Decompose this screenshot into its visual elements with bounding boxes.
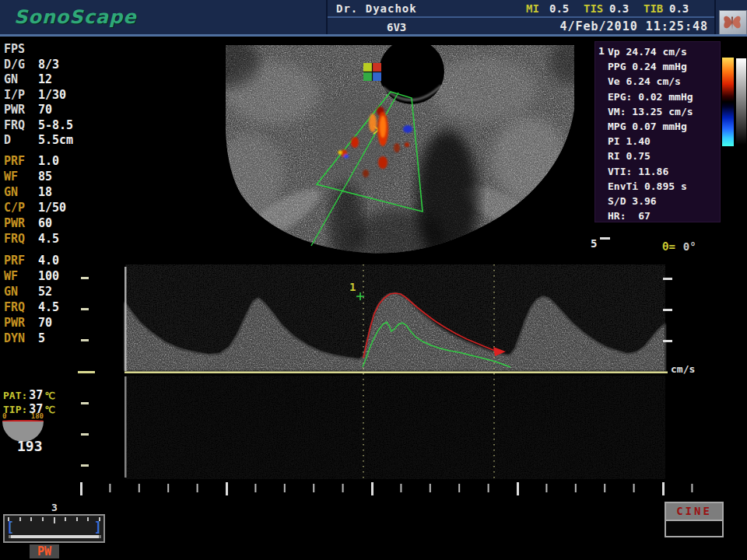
measurement-results-panel: 1 Vp 24.74 cm/sPPG 0.24 mmHgVe 6.24 cm/s… <box>594 41 721 222</box>
color-flow-signal <box>338 107 413 177</box>
param-label: PRF <box>4 153 38 169</box>
cine-scroll-thumb[interactable] <box>9 535 101 538</box>
cine-ruler <box>8 517 100 523</box>
cine-scroll-value: 3 <box>45 502 64 513</box>
pat-unit: ℃ <box>44 390 54 401</box>
param-label: DYN <box>4 331 38 346</box>
param-value: 85 <box>38 170 52 184</box>
titlebar-row-divider <box>328 16 714 18</box>
measurement-row: RI 0.75 <box>608 149 718 163</box>
param-label: PWR <box>4 103 38 118</box>
param-row-color-pwr: PWR60 <box>4 215 121 231</box>
param-row-bmode-ip: I/P1/30 <box>4 88 121 103</box>
measurement-row: Ve 6.24 cm/s <box>608 74 718 89</box>
depth-tick <box>600 237 610 240</box>
cine-button[interactable]: CINE <box>665 502 724 537</box>
angle-180-label: 180 <box>31 412 44 420</box>
doppler-baseline <box>124 372 668 374</box>
active-mode-badge[interactable]: PW <box>30 544 59 558</box>
angle-0-label: 0 <box>2 412 6 420</box>
param-value: 5 <box>38 331 45 345</box>
measurement-row: S/D 3.96 <box>608 194 718 208</box>
grayscale-bar <box>736 58 746 145</box>
measurement-row: VM: 13.25 cm/s <box>608 104 718 119</box>
param-row-pw-dyn: DYN5 <box>4 331 121 346</box>
time-scale-ticks <box>80 482 693 495</box>
bmode-fan-image <box>205 37 590 267</box>
param-label: FRQ <box>4 231 38 247</box>
measurement-marker-label: 1 <box>349 281 356 293</box>
color-box <box>311 92 423 246</box>
brand-logo: SonoScape <box>14 6 310 28</box>
cine-button-display <box>666 521 722 536</box>
cine-scrollbar[interactable]: [ ] <box>3 514 105 543</box>
probe-notch <box>379 39 444 104</box>
measurement-rows: Vp 24.74 cm/sPPG 0.24 mmHgVe 6.24 cm/sEP… <box>608 44 718 223</box>
measurement-row: VTI: 11.86 <box>608 164 718 179</box>
param-row-bmode-fps: FPS <box>4 42 121 58</box>
spectral-display <box>124 264 668 481</box>
ultrasound-screen: SonoScape Dr. Dyachok 6V3 MI 0.5 TIS 0.3… <box>0 0 747 560</box>
param-row-color-gn: GN18 <box>4 184 121 200</box>
param-value: 4.5 <box>38 232 59 246</box>
param-value: 1/50 <box>38 201 66 215</box>
param-row-pw-gn: GN52 <box>4 284 121 299</box>
tis-value: 0.3 <box>609 2 629 15</box>
param-label: C/P <box>4 200 38 215</box>
param-value: 60 <box>38 216 52 230</box>
param-label: D <box>4 133 38 149</box>
param-label: WF <box>4 268 38 284</box>
trace-end-arrow <box>493 347 506 356</box>
mi-label: MI <box>526 2 539 15</box>
param-row-pw-wf: WF100 <box>4 268 121 284</box>
param-label: PWR <box>4 215 38 231</box>
measurement-row: EPG: 0.02 mmHg <box>608 89 718 104</box>
param-row-pw-pwr: PWR70 <box>4 315 121 331</box>
sample-gate-mark2 <box>374 126 384 134</box>
depth-marker: 5 <box>591 237 610 250</box>
param-row-bmode-pwr: PWR70 <box>4 103 121 118</box>
param-label: D/G <box>4 58 38 73</box>
cine-bracket-left: [ <box>6 519 14 536</box>
param-value: 100 <box>38 269 59 283</box>
param-value: 4.0 <box>38 254 59 268</box>
measurement-index: 1 <box>598 45 605 57</box>
measurement-row: MPG 0.07 mmHg <box>608 119 718 134</box>
measure-marker-cross <box>356 292 364 300</box>
param-row-bmode-frq: FRQ5-8.5 <box>4 118 121 134</box>
angle-correction-readout: θ=0° <box>662 240 696 253</box>
titlebar-right-divider <box>714 0 716 34</box>
sweep-line <box>124 267 127 371</box>
pat-value: 37 <box>27 388 44 402</box>
cine-button-label[interactable]: CINE <box>666 503 722 521</box>
measurement-row: PPG 0.24 mmHg <box>608 59 718 74</box>
param-row-color-prf: PRF1.0 <box>4 153 121 169</box>
param-value: 4.5 <box>38 300 59 314</box>
param-label: PRF <box>4 253 38 268</box>
velocity-unit-label: cm/s <box>671 363 695 375</box>
datetime: 4/Feb/2010 11:25:48 <box>504 19 708 33</box>
param-label: GN <box>4 72 38 88</box>
param-row-color-frq: FRQ4.5 <box>4 231 121 247</box>
param-label: PWR <box>4 315 38 331</box>
param-value: 8/3 <box>38 58 59 72</box>
param-label: FRQ <box>4 118 38 134</box>
pw-doppler-parameters: PRF4.0WF100GN52FRQ4.5PWR70DYN5 <box>4 253 121 346</box>
param-row-color-wf: WF85 <box>4 169 121 184</box>
physician-name: Dr. Dyachok <box>336 2 417 15</box>
mi-value: 0.5 <box>549 2 569 15</box>
measurement-row: HR: 67 <box>608 208 718 223</box>
pat-label: PAT: <box>3 390 27 401</box>
probe-angle-scale: 0 180 <box>2 412 44 420</box>
param-value: 52 <box>38 285 52 299</box>
param-value: 70 <box>38 316 52 330</box>
title-bar: SonoScape Dr. Dyachok 6V3 MI 0.5 TIS 0.3… <box>0 0 747 34</box>
param-label: WF <box>4 169 38 184</box>
param-label: GN <box>4 184 38 200</box>
velocity-scale-ticks-right <box>663 278 672 342</box>
param-value: 1.0 <box>38 154 59 168</box>
param-value: 5.5cm <box>38 133 73 147</box>
param-label: GN <box>4 284 38 299</box>
mean-velocity-trace <box>363 322 510 367</box>
param-row-bmode-gn: GN12 <box>4 72 121 88</box>
